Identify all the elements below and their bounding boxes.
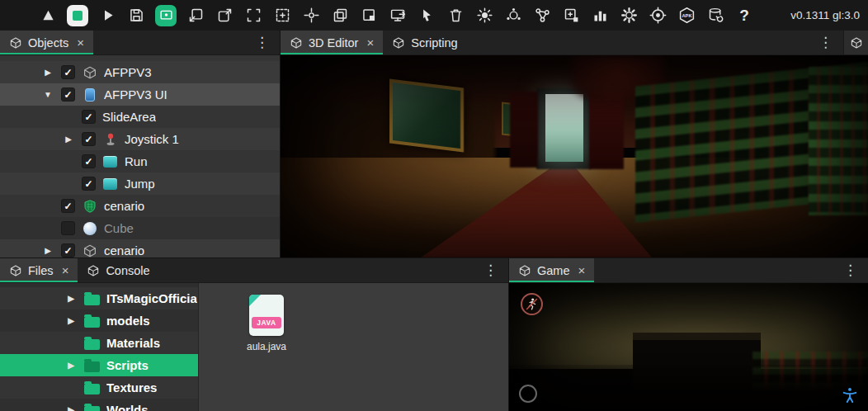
file-item-aula-java[interactable]: JAVA aula.java (234, 295, 300, 352)
settings-gear-icon[interactable] (619, 5, 639, 26)
tree-label: Jump (125, 177, 155, 191)
tab-scripting[interactable]: Scripting (383, 31, 466, 54)
tree-row-slidearea[interactable]: ✓ SlideArea (0, 106, 280, 128)
objects-menu-icon[interactable]: ⋮ (244, 31, 280, 54)
tree-row-cenario-2[interactable]: ▶ ✓ cenario (0, 239, 280, 257)
help-icon[interactable]: ? (734, 5, 754, 26)
cube-icon (518, 264, 531, 277)
version-label: v0.1311 gl:3.0 (790, 9, 860, 21)
cube-icon (9, 36, 22, 50)
tab-console[interactable]: Console (78, 258, 158, 282)
expand-icon[interactable]: ▶ (64, 361, 78, 370)
tree-label: Cube (104, 221, 134, 235)
file-grid[interactable]: JAVA aula.java (198, 283, 508, 411)
game-viewport[interactable] (509, 283, 868, 411)
expand-icon[interactable]: ▶ (64, 405, 78, 411)
visibility-checkbox-unchecked[interactable] (61, 221, 75, 235)
files-menu-icon[interactable]: ⋮ (473, 258, 508, 282)
visibility-checkbox[interactable]: ✓ (61, 199, 75, 213)
visibility-checkbox[interactable]: ✓ (82, 110, 96, 124)
move-tool-icon[interactable] (301, 5, 321, 26)
frame-focus-icon[interactable] (243, 5, 263, 26)
apk-build-icon[interactable]: APK (677, 5, 696, 26)
profiler-icon[interactable] (590, 5, 610, 26)
frame-import-icon[interactable] (186, 5, 205, 26)
node-graph-icon[interactable] (532, 5, 552, 26)
visibility-checkbox[interactable]: ✓ (82, 177, 96, 191)
tree-row-run[interactable]: ✓ Run (0, 150, 280, 172)
expand-icon[interactable]: ▶ (41, 68, 54, 77)
check-icon: ✓ (64, 246, 72, 256)
orbit-camera-icon[interactable] (503, 5, 523, 26)
close-icon[interactable]: × (62, 263, 69, 277)
cube-icon (87, 264, 100, 277)
check-icon: ✓ (64, 201, 72, 211)
tree-row-cenario[interactable]: ✓ cenario (0, 195, 280, 217)
tree-label: AFPPV3 UI (104, 87, 167, 102)
trash-icon[interactable] (446, 5, 465, 26)
cube-icon (392, 36, 405, 50)
frame-export-icon[interactable] (215, 5, 234, 26)
touch-tool-icon[interactable] (417, 5, 436, 26)
expand-icon[interactable]: ▶ (41, 246, 54, 255)
java-badge: JAVA (252, 317, 281, 328)
objects-panel: Objects × ⋮ ▶ ✓ AFPPV3 ▼ ✓ (0, 31, 281, 257)
workspace: Objects × ⋮ ▶ ✓ AFPPV3 ▼ ✓ (0, 31, 868, 411)
close-icon[interactable]: × (578, 263, 586, 277)
gizmo-settings-icon[interactable] (648, 5, 668, 26)
expand-icon[interactable]: ▶ (62, 135, 75, 144)
folder-row-itsmagicofficial[interactable]: ▶ ITsMagicOfficia (0, 287, 198, 309)
accessibility-button[interactable] (840, 385, 860, 405)
tab-game[interactable]: Game × (509, 258, 594, 282)
tree-row-afppv3[interactable]: ▶ ✓ AFPPV3 (0, 61, 280, 83)
visibility-checkbox[interactable]: ✓ (82, 154, 96, 168)
close-icon[interactable]: × (366, 35, 374, 50)
collapse-icon[interactable]: ▼ (41, 90, 54, 99)
tree-label: cenario (104, 243, 144, 257)
viewport-tabbar: 3D Editor × Scripting ⋮ (281, 31, 868, 55)
panel-corner-button[interactable] (843, 31, 868, 54)
tab-objects[interactable]: Objects × (0, 31, 93, 54)
light-icon[interactable] (474, 5, 494, 26)
run-toggle-button[interactable] (521, 293, 543, 315)
play-button[interactable] (97, 5, 117, 26)
3d-viewport[interactable] (281, 55, 868, 257)
folder-row-models[interactable]: ▶ models (0, 309, 198, 332)
folder-row-scripts[interactable]: ▶ Scripts (0, 354, 198, 376)
expand-icon[interactable]: ▶ (64, 294, 78, 303)
tree-row-afppv3-ui[interactable]: ▼ ✓ AFPPV3 UI (0, 83, 280, 106)
tree-row-cube[interactable]: Cube (0, 217, 280, 239)
tree-row-joystick[interactable]: ▶ ✓ Joystick 1 (0, 128, 280, 150)
visibility-checkbox[interactable]: ✓ (61, 87, 75, 102)
database-sync-icon[interactable] (705, 5, 725, 26)
duplicate-child-icon[interactable] (359, 5, 379, 26)
display-cast-icon[interactable] (388, 5, 408, 26)
visibility-checkbox[interactable]: ✓ (82, 132, 96, 146)
tab-files[interactable]: Files × (0, 258, 78, 282)
game-menu-icon[interactable]: ⋮ (833, 258, 868, 282)
visibility-checkbox[interactable]: ✓ (61, 65, 75, 79)
tab-3d-editor[interactable]: 3D Editor × (281, 31, 383, 54)
objects-tabbar: Objects × ⋮ (0, 31, 280, 55)
folder-label: models (106, 314, 150, 328)
tree-row-jump[interactable]: ✓ Jump (0, 172, 280, 195)
visibility-checkbox[interactable]: ✓ (61, 243, 75, 257)
save-icon[interactable] (126, 5, 146, 26)
stop-button[interactable] (67, 5, 88, 26)
ui-button-icon (102, 154, 118, 169)
folder-row-textures[interactable]: Textures (0, 376, 198, 399)
add-panel-icon[interactable] (561, 5, 581, 26)
objects-tree: ▶ ✓ AFPPV3 ▼ ✓ AFPPV3 UI ✓ SlideA (0, 55, 280, 257)
folder-row-materials[interactable]: Materials (0, 332, 198, 354)
back-icon[interactable] (38, 5, 58, 26)
joystick-icon (102, 131, 118, 147)
folder-label: Textures (106, 380, 157, 394)
close-icon[interactable]: × (77, 35, 84, 50)
expand-icon[interactable]: ▶ (64, 316, 78, 325)
viewport-menu-icon[interactable]: ⋮ (808, 31, 843, 54)
marquee-select-icon[interactable] (272, 5, 292, 26)
view-toggle-button[interactable] (155, 5, 177, 26)
duplicate-icon[interactable] (330, 5, 350, 26)
folder-row-worlds[interactable]: ▶ Worlds (0, 399, 198, 411)
joystick-indicator[interactable] (519, 385, 537, 403)
